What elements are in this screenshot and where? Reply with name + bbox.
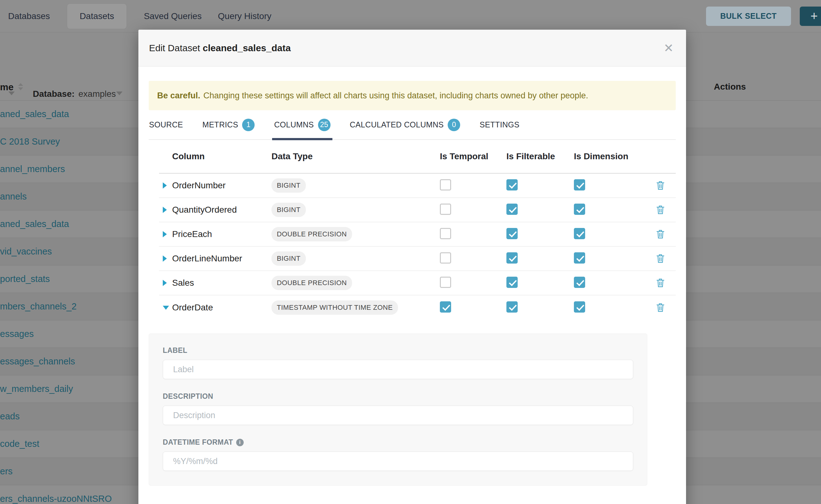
is-dimension-checkbox[interactable] xyxy=(574,179,585,190)
column-name: PriceEach xyxy=(172,229,271,239)
is-dimension-checkbox[interactable] xyxy=(574,204,585,215)
is-temporal-checkbox[interactable] xyxy=(440,204,451,215)
tab-label: METRICS xyxy=(202,120,238,129)
expand-caret-icon[interactable] xyxy=(163,306,169,310)
nav-tab-query-history[interactable]: Query History xyxy=(210,0,279,32)
column-header: Column xyxy=(172,151,271,161)
tab-calculated-columns[interactable]: CALCULATED COLUMNS 0 xyxy=(350,110,461,140)
delete-column-button[interactable] xyxy=(656,278,665,288)
expand-caret-icon[interactable] xyxy=(163,231,167,237)
description-field-group: DESCRIPTION xyxy=(163,392,633,425)
sort-icon[interactable] xyxy=(18,83,23,90)
dataset-link[interactable]: annel_members xyxy=(0,164,65,174)
dataset-link[interactable]: ers_channels-uzooNNtSRO xyxy=(0,494,112,504)
close-icon[interactable]: ✕ xyxy=(664,42,674,54)
delete-column-button[interactable] xyxy=(656,205,665,215)
trash-icon xyxy=(656,180,665,190)
is-filterable-checkbox[interactable] xyxy=(507,204,518,215)
trash-icon xyxy=(656,278,665,288)
dataset-link[interactable]: ers xyxy=(0,466,12,477)
add-dataset-button[interactable]: + xyxy=(800,7,821,26)
expand-caret-icon[interactable] xyxy=(163,207,167,213)
columns-table-header: Column Data Type Is Temporal Is Filterab… xyxy=(159,140,676,174)
delete-column-button[interactable] xyxy=(656,180,665,190)
modal-tabs: SOURCE METRICS 1 COLUMNS 25 CALCULATED C… xyxy=(149,110,676,140)
is-filterable-checkbox[interactable] xyxy=(507,179,518,190)
column-row: QuantityOrdered BIGINT xyxy=(159,198,676,222)
dataset-link[interactable]: annels xyxy=(0,191,27,202)
modal-title: Edit Dataset cleaned_sales_data xyxy=(149,43,291,53)
tab-metrics[interactable]: METRICS 1 xyxy=(202,110,255,140)
name-column-header[interactable]: me xyxy=(0,82,13,92)
actions-column-header: Actions xyxy=(714,82,746,92)
is-temporal-checkbox[interactable] xyxy=(440,228,451,239)
is-filterable-checkbox[interactable] xyxy=(507,252,518,264)
data-type-badge: TIMESTAMP WITHOUT TIME ZONE xyxy=(271,300,398,315)
column-name: OrderNumber xyxy=(172,180,271,190)
data-type-badge: DOUBLE PRECISION xyxy=(271,276,352,290)
modal-title-prefix: Edit Dataset xyxy=(149,43,200,53)
field-label-text: LABEL xyxy=(163,346,187,355)
info-icon[interactable]: i xyxy=(236,439,244,446)
dataset-link[interactable]: w_members_daily xyxy=(0,384,73,394)
dataset-link[interactable]: essages xyxy=(0,329,34,339)
delete-column-button[interactable] xyxy=(656,229,665,239)
column-name: OrderDate xyxy=(172,303,271,313)
trash-icon xyxy=(656,254,665,264)
is-temporal-checkbox[interactable] xyxy=(440,277,451,288)
metrics-count-badge: 1 xyxy=(242,119,255,131)
nav-tab-saved-queries[interactable]: Saved Queries xyxy=(136,0,210,32)
field-label-text: DESCRIPTION xyxy=(163,392,213,401)
is-dimension-checkbox[interactable] xyxy=(574,301,585,313)
column-row: OrderLineNumber BIGINT xyxy=(159,247,676,271)
column-row: Sales DOUBLE PRECISION xyxy=(159,271,676,295)
expand-caret-icon[interactable] xyxy=(163,255,167,262)
dataset-link[interactable]: eads xyxy=(0,411,20,422)
column-name: QuantityOrdered xyxy=(172,205,271,215)
plus-icon: + xyxy=(810,9,818,23)
tab-columns[interactable]: COLUMNS 25 xyxy=(274,110,330,140)
tab-source[interactable]: SOURCE xyxy=(149,110,183,140)
field-label-text: DATETIME FORMAT xyxy=(163,438,233,447)
tab-label: SOURCE xyxy=(149,120,183,129)
column-row: PriceEach DOUBLE PRECISION xyxy=(159,222,676,247)
datetime-format-input[interactable] xyxy=(163,452,633,471)
dataset-link[interactable]: ported_stats xyxy=(0,274,50,284)
tab-label: COLUMNS xyxy=(274,120,314,129)
is-temporal-checkbox[interactable] xyxy=(440,252,451,264)
dataset-link[interactable]: mbers_channels_2 xyxy=(0,301,77,312)
is-temporal-checkbox[interactable] xyxy=(440,301,451,313)
label-input[interactable] xyxy=(163,360,633,379)
delete-column-button[interactable] xyxy=(656,254,665,264)
delete-column-button[interactable] xyxy=(656,303,665,313)
dataset-link[interactable]: code_test xyxy=(0,439,39,449)
is-dimension-checkbox[interactable] xyxy=(574,228,585,239)
dataset-link[interactable]: aned_sales_data xyxy=(0,109,69,119)
is-dimension-checkbox[interactable] xyxy=(574,277,585,288)
nav-tab-databases[interactable]: Databases xyxy=(0,0,58,32)
column-row: OrderDate TIMESTAMP WITHOUT TIME ZONE xyxy=(159,295,676,320)
is-filterable-checkbox[interactable] xyxy=(507,228,518,239)
modal-body: Be careful. Changing these settings will… xyxy=(138,81,686,486)
is-dimension-checkbox[interactable] xyxy=(574,252,585,264)
dataset-link[interactable]: aned_sales_data xyxy=(0,219,69,229)
dataset-link[interactable]: essages_channels xyxy=(0,356,75,367)
is-temporal-checkbox[interactable] xyxy=(440,179,451,190)
expand-caret-icon[interactable] xyxy=(163,280,167,286)
is-filterable-checkbox[interactable] xyxy=(507,301,518,313)
description-field-label: DESCRIPTION xyxy=(163,392,633,401)
label-field-label: LABEL xyxy=(163,346,633,355)
data-type-badge: DOUBLE PRECISION xyxy=(271,227,352,241)
description-input[interactable] xyxy=(163,406,633,425)
nav-tab-datasets[interactable]: Datasets xyxy=(67,3,127,29)
dataset-link[interactable]: vid_vaccines xyxy=(0,246,52,257)
trash-icon xyxy=(656,303,665,313)
is-filterable-checkbox[interactable] xyxy=(507,277,518,288)
bulk-select-button[interactable]: BULK SELECT xyxy=(706,7,791,26)
tab-settings[interactable]: SETTINGS xyxy=(480,110,519,140)
dataset-link[interactable]: C 2018 Survey xyxy=(0,136,60,147)
is-filterable-header: Is Filterable xyxy=(507,151,574,161)
data-type-badge: BIGINT xyxy=(271,203,306,217)
expand-caret-icon[interactable] xyxy=(163,182,167,189)
trash-icon xyxy=(656,229,665,239)
